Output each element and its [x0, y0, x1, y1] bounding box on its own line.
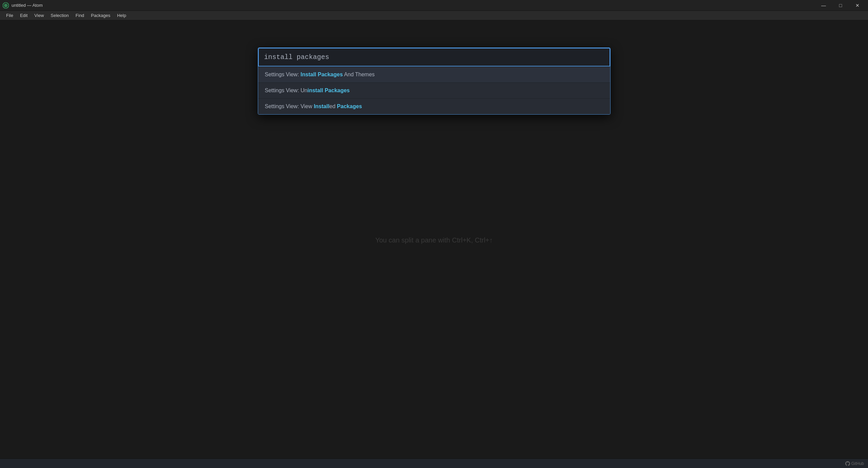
window-controls: — □ ✕ — [816, 0, 865, 11]
svg-point-4 — [5, 5, 6, 5]
close-button[interactable]: ✕ — [850, 0, 865, 11]
github-label: GitHub — [851, 461, 864, 466]
result-prefix: Settings View: — [265, 72, 301, 77]
minimize-button[interactable]: — — [816, 0, 831, 11]
title-bar: untitled — Atom — □ ✕ — [0, 0, 868, 11]
result-highlight: Install — [314, 103, 329, 109]
command-palette: Settings View: Install Packages And Them… — [258, 47, 611, 115]
main-content: Settings View: Install Packages And Them… — [0, 20, 868, 468]
window-title: untitled — Atom — [12, 3, 43, 8]
menu-find[interactable]: Find — [72, 12, 88, 19]
result-suffix: ed — [329, 103, 337, 109]
menu-bar: File Edit View Selection Find Packages H… — [0, 11, 868, 20]
result-item[interactable]: Settings View: Uninstall Packages — [258, 82, 610, 98]
result-prefix: Settings View: View — [265, 103, 314, 109]
menu-help[interactable]: Help — [114, 12, 130, 19]
menu-view[interactable]: View — [31, 12, 47, 19]
result-prefix: Settings View: Un — [265, 87, 308, 93]
result-item[interactable]: Settings View: View Installed Packages — [258, 98, 610, 114]
command-input-wrapper — [258, 48, 610, 66]
menu-packages[interactable]: Packages — [88, 12, 114, 19]
result-highlight: Install Packages — [301, 72, 343, 77]
result-highlight2: Packages — [337, 103, 362, 109]
menu-file[interactable]: File — [3, 12, 17, 19]
split-pane-hint: You can split a pane with Ctrl+K, Ctrl+↑ — [375, 236, 493, 244]
command-input[interactable] — [259, 48, 610, 66]
github-icon — [845, 461, 850, 466]
atom-logo-icon — [3, 2, 9, 8]
result-suffix: And Themes — [343, 72, 375, 77]
menu-edit[interactable]: Edit — [17, 12, 31, 19]
result-highlight: install Packages — [308, 87, 350, 93]
title-bar-left: untitled — Atom — [3, 2, 43, 8]
results-list: Settings View: Install Packages And Them… — [258, 66, 610, 114]
maximize-button[interactable]: □ — [833, 0, 848, 11]
github-status: GitHub — [845, 461, 864, 466]
menu-selection[interactable]: Selection — [47, 12, 72, 19]
status-bar: GitHub — [0, 459, 868, 468]
result-item[interactable]: Settings View: Install Packages And Them… — [258, 66, 610, 82]
